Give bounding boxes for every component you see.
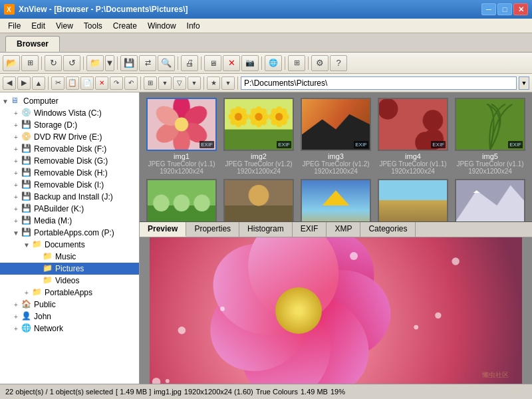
- thumbnails-button[interactable]: ⊞: [21, 55, 39, 71]
- tab-xmp[interactable]: XMP: [327, 222, 360, 237]
- tree-music[interactable]: 📁 Music: [0, 251, 139, 263]
- folder-up-button[interactable]: 📁: [86, 55, 104, 71]
- menu-info[interactable]: Info: [182, 20, 205, 32]
- toggle-portableapps[interactable]: ▼: [11, 229, 21, 237]
- toggle-removh[interactable]: +: [11, 170, 21, 177]
- view-grid-button[interactable]: ⊞: [144, 76, 157, 90]
- rotate-ccw-button[interactable]: ↶: [124, 76, 138, 90]
- refresh-cw-button[interactable]: ↻: [45, 55, 62, 71]
- up-button[interactable]: ▲: [32, 76, 45, 90]
- toggle-documents[interactable]: ▼: [21, 241, 32, 249]
- tree-network[interactable]: + 🌐 Network: [0, 323, 139, 334]
- toggle-john[interactable]: +: [11, 313, 21, 321]
- tree-media[interactable]: + 💾 Media (M:): [0, 215, 139, 227]
- copy-button[interactable]: 📋: [66, 76, 79, 90]
- tree-removf[interactable]: + 💾 Removable Disk (F:): [0, 143, 139, 155]
- tab-preview[interactable]: Preview: [140, 222, 186, 237]
- tree-pabuilder[interactable]: + 💾 PABuilder (K:): [0, 203, 139, 215]
- toggle-computer[interactable]: ▼: [0, 98, 11, 105]
- minimize-button[interactable]: ─: [481, 3, 496, 15]
- folder-dropdown[interactable]: ▼: [105, 55, 114, 71]
- filter-button[interactable]: ▽: [173, 76, 186, 90]
- star-dropdown[interactable]: ▼: [221, 76, 235, 90]
- tab-browser[interactable]: Browser: [5, 36, 60, 52]
- rotate-cw-button[interactable]: ↷: [110, 76, 123, 90]
- address-dropdown[interactable]: ▼: [519, 76, 529, 90]
- tab-exif[interactable]: EXIF: [293, 222, 327, 237]
- menu-window[interactable]: Window: [142, 20, 182, 32]
- tree-removh[interactable]: + 💾 Removable Disk (H:): [0, 167, 139, 179]
- menu-file[interactable]: File: [3, 20, 26, 32]
- toggle-removi[interactable]: +: [11, 182, 21, 189]
- star-button[interactable]: ★: [207, 76, 220, 90]
- tree-public[interactable]: + 🏠 Public: [0, 299, 139, 311]
- thumb-img2[interactable]: EXIF img2 JPEG TrueColor (v1.2) 1920x120…: [222, 98, 295, 175]
- close-button[interactable]: ✕: [513, 3, 528, 15]
- cut-button[interactable]: ✂: [51, 76, 65, 90]
- grid-button[interactable]: ⊞: [288, 55, 305, 71]
- thumb-img10[interactable]: [454, 179, 527, 222]
- thumb-img8[interactable]: [299, 179, 372, 222]
- tree-removi[interactable]: + 💾 Removable Disk (I:): [0, 179, 139, 191]
- tree-documents[interactable]: ▼ 📁 Documents: [0, 239, 139, 251]
- network-icon: 🌐: [21, 323, 32, 334]
- tab-properties[interactable]: Properties: [186, 222, 239, 237]
- tree-videos[interactable]: 📁 Videos: [0, 275, 139, 287]
- tree-portableapps[interactable]: ▼ 💾 PortableApps.com (P:): [0, 227, 139, 239]
- toggle-dvd[interactable]: +: [11, 134, 21, 141]
- address-input[interactable]: [241, 76, 517, 90]
- help-button[interactable]: ?: [330, 55, 347, 71]
- maximize-button[interactable]: □: [497, 3, 512, 15]
- toggle-backup[interactable]: +: [11, 194, 21, 201]
- forward-button[interactable]: ▶: [17, 76, 31, 90]
- tree-pictures[interactable]: 📁 Pictures: [0, 263, 139, 275]
- filter-dropdown[interactable]: ▼: [188, 76, 201, 90]
- toggle-pabuilder[interactable]: +: [11, 205, 21, 213]
- toggle-removf[interactable]: +: [11, 146, 21, 153]
- thumb-img4[interactable]: EXIF img4 JPEG TrueColor (v1.1) 1920x120…: [376, 98, 450, 175]
- menu-view[interactable]: View: [51, 20, 78, 32]
- tree-computer[interactable]: ▼ 🖥 Computer: [0, 95, 139, 107]
- toggle-removg[interactable]: +: [11, 158, 21, 165]
- find-button[interactable]: 🔍: [158, 55, 175, 71]
- menu-tools[interactable]: Tools: [78, 20, 108, 32]
- tree-portableapps-sub[interactable]: + 📁 PortableApps: [0, 287, 139, 299]
- tree-winvista[interactable]: + 💿 Windows Vista (C:): [0, 107, 139, 119]
- monitor-button[interactable]: 🖥: [204, 55, 221, 71]
- print-button[interactable]: 🖨: [181, 55, 198, 71]
- thumb-img5[interactable]: EXIF img5 JPEG TrueColor (v1.1) 1920x120…: [454, 98, 527, 175]
- save-button[interactable]: 💾: [120, 55, 138, 71]
- tab-categories[interactable]: Categories: [360, 222, 416, 237]
- paste-button[interactable]: 📄: [80, 76, 94, 90]
- view-dropdown[interactable]: ▼: [158, 76, 172, 90]
- menu-create[interactable]: Create: [108, 20, 142, 32]
- toggle-portableapps-sub[interactable]: +: [21, 289, 32, 297]
- refresh-ccw-button[interactable]: ↺: [63, 55, 80, 71]
- settings-button[interactable]: ⚙: [311, 55, 329, 71]
- tree-storage[interactable]: + 💾 Storage (D:): [0, 119, 139, 131]
- thumb-img3[interactable]: EXIF img3 JPEG TrueColor (v1.2) 1920x120…: [299, 98, 372, 175]
- tree-john[interactable]: + 👤 John: [0, 311, 139, 323]
- move-button[interactable]: ⇄: [139, 55, 156, 71]
- screen-button[interactable]: 📷: [241, 55, 259, 71]
- network-button[interactable]: 🌐: [265, 55, 282, 71]
- toggle-winvista[interactable]: +: [11, 110, 21, 117]
- menu-edit[interactable]: Edit: [26, 20, 51, 32]
- thumb-img1[interactable]: EXIF img1 JPEG TrueColor (v1.1) 1920x120…: [145, 98, 218, 175]
- delete-button[interactable]: ✕: [223, 55, 240, 71]
- thumb-img9[interactable]: [376, 179, 450, 222]
- open-button[interactable]: 📂: [3, 55, 20, 71]
- thumb-img9-wrap: [378, 179, 448, 222]
- tree-backup[interactable]: + 💾 Backup and Install (J:): [0, 191, 139, 203]
- toggle-public[interactable]: +: [11, 301, 21, 309]
- del-button[interactable]: ✕: [95, 76, 108, 90]
- tree-dvd[interactable]: + 📀 DVD RW Drive (E:): [0, 131, 139, 143]
- thumb-img6[interactable]: [145, 179, 218, 222]
- toggle-storage[interactable]: +: [11, 122, 21, 129]
- tree-removg[interactable]: + 💾 Removable Disk (G:): [0, 155, 139, 167]
- thumb-img7[interactable]: [222, 179, 295, 222]
- toggle-media[interactable]: +: [11, 217, 21, 225]
- toggle-network[interactable]: +: [11, 325, 21, 332]
- back-button[interactable]: ◀: [3, 76, 16, 90]
- tab-histogram[interactable]: Histogram: [239, 222, 293, 237]
